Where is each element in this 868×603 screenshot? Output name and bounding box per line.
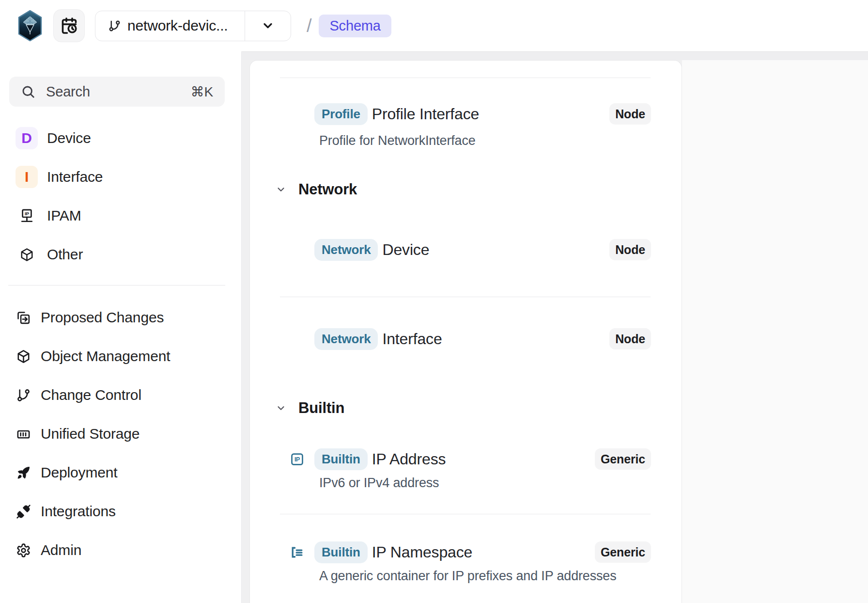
calendar-clock-icon xyxy=(61,17,78,34)
sidebar-item-device[interactable]: D Device xyxy=(0,119,241,158)
schema-row-ip-address[interactable]: IP Builtin IP Address Generic IPv6 or IP… xyxy=(280,418,651,514)
sidebar-item-change-control[interactable]: Change Control xyxy=(0,376,241,414)
ipam-icon: IP xyxy=(19,208,35,224)
ip-square-icon: IP xyxy=(290,452,305,467)
time-travel-button[interactable] xyxy=(53,9,85,42)
main-nav: Proposed Changes Object Management Chang… xyxy=(0,298,241,570)
app-root: network-devic... / Schema Search ⌘K D De… xyxy=(0,0,868,603)
schema-row-network-device[interactable]: Network Device Node xyxy=(280,200,651,297)
svg-text:IP: IP xyxy=(294,456,300,463)
kind-badge: Node xyxy=(609,239,651,260)
sidebar-item-other[interactable]: Other xyxy=(0,235,241,274)
rocket-icon xyxy=(16,465,31,480)
svg-text:IP: IP xyxy=(25,211,30,216)
section-title: Builtin xyxy=(298,399,344,417)
schema-title: IP Address xyxy=(372,450,446,468)
gear-icon xyxy=(16,543,31,558)
git-branch-icon xyxy=(108,19,121,32)
branch-dropdown-toggle[interactable] xyxy=(245,19,291,32)
sidebar-item-object-management[interactable]: Object Management xyxy=(0,337,241,376)
breadcrumb-separator: / xyxy=(307,16,311,36)
sidebar-item-label: Other xyxy=(47,246,83,263)
namespace-badge: Network xyxy=(314,328,378,350)
section-header-builtin[interactable]: Builtin xyxy=(276,398,682,418)
section-header-network[interactable]: Network xyxy=(276,179,682,200)
sidebar-item-label: Object Management xyxy=(41,348,170,365)
infrahub-logo[interactable] xyxy=(18,10,42,41)
kind-badge: Generic xyxy=(595,448,651,470)
sidebar-item-label: Proposed Changes xyxy=(41,309,164,326)
cube-icon xyxy=(16,349,31,364)
schema-title: Device xyxy=(382,241,429,259)
sidebar-item-proposed-changes[interactable]: Proposed Changes xyxy=(0,298,241,337)
chevron-down-icon xyxy=(276,403,286,413)
sidebar-item-deployment[interactable]: Deployment xyxy=(0,453,241,492)
sidebar-item-interface[interactable]: I Interface xyxy=(0,158,241,196)
branch-selector[interactable]: network-devic... xyxy=(95,11,291,41)
search-shortcut: ⌘K xyxy=(191,84,213,100)
plug-icon xyxy=(16,504,31,519)
namespace-badge: Network xyxy=(314,239,378,261)
sidebar-item-label: Deployment xyxy=(41,464,117,481)
detail-pane-empty xyxy=(682,60,868,603)
search-placeholder: Search xyxy=(46,84,191,100)
sidebar-item-label: Device xyxy=(47,130,91,146)
sidebar-item-label: Change Control xyxy=(41,387,141,403)
main-area: Profile Profile Interface Node Profile f… xyxy=(242,51,868,603)
cube-icon xyxy=(19,247,34,262)
sidebar-item-label: Integrations xyxy=(41,503,116,520)
app-header: network-devic... / Schema xyxy=(0,0,868,51)
kind-badge: Generic xyxy=(595,541,651,563)
schema-list: Profile Profile Interface Node Profile f… xyxy=(249,60,682,603)
schema-row-network-interface[interactable]: Network Interface Node xyxy=(280,297,651,390)
sidebar-item-unified-storage[interactable]: Unified Storage xyxy=(0,414,241,453)
search-icon xyxy=(21,84,35,99)
sidebar-item-label: IPAM xyxy=(47,207,81,224)
chevron-down-icon xyxy=(276,184,286,195)
schema-description: Profile for NetworkInterface xyxy=(319,133,651,148)
branch-name: network-devic... xyxy=(127,17,245,34)
schema-row-ip-namespace[interactable]: Builtin IP Namespace Generic A generic c… xyxy=(280,514,651,603)
kind-badge: Node xyxy=(609,328,651,349)
schema-title: IP Namespace xyxy=(372,543,472,561)
sidebar-item-admin[interactable]: Admin xyxy=(0,531,241,570)
section-title: Network xyxy=(298,181,357,198)
schema-title: Interface xyxy=(382,330,442,348)
breadcrumb-schema[interactable]: Schema xyxy=(319,15,391,37)
chevron-down-icon xyxy=(261,19,275,32)
namespace-icon xyxy=(290,545,305,560)
unified-storage-icon xyxy=(16,427,31,442)
namespace-badge: Builtin xyxy=(314,448,368,470)
schema-description: IPv6 or IPv4 address xyxy=(319,476,651,491)
schema-nav: D Device I Interface IP IPAM xyxy=(0,119,241,274)
proposed-changes-icon xyxy=(16,310,31,325)
sidebar-item-label: Admin xyxy=(41,542,81,558)
sidebar-item-label: Interface xyxy=(47,169,103,185)
sidebar-item-ipam[interactable]: IP IPAM xyxy=(0,196,241,235)
interface-letter-icon: I xyxy=(16,166,38,188)
sidebar: Search ⌘K D Device I Interface IP xyxy=(0,51,242,603)
sidebar-item-integrations[interactable]: Integrations xyxy=(0,492,241,531)
search-input[interactable]: Search ⌘K xyxy=(9,77,225,107)
sidebar-item-label: Unified Storage xyxy=(41,426,140,442)
namespace-badge: Builtin xyxy=(314,541,368,563)
schema-description: A generic container for IP prefixes and … xyxy=(319,569,651,584)
sidebar-divider xyxy=(8,285,225,286)
git-branch-icon xyxy=(16,388,31,403)
namespace-badge: Profile xyxy=(314,103,368,125)
schema-title: Profile Interface xyxy=(372,105,479,123)
kind-badge: Node xyxy=(609,103,651,125)
device-letter-icon: D xyxy=(16,127,38,149)
schema-row-profile-interface[interactable]: Profile Profile Interface Node Profile f… xyxy=(280,78,651,172)
content-top-gap xyxy=(242,51,868,60)
